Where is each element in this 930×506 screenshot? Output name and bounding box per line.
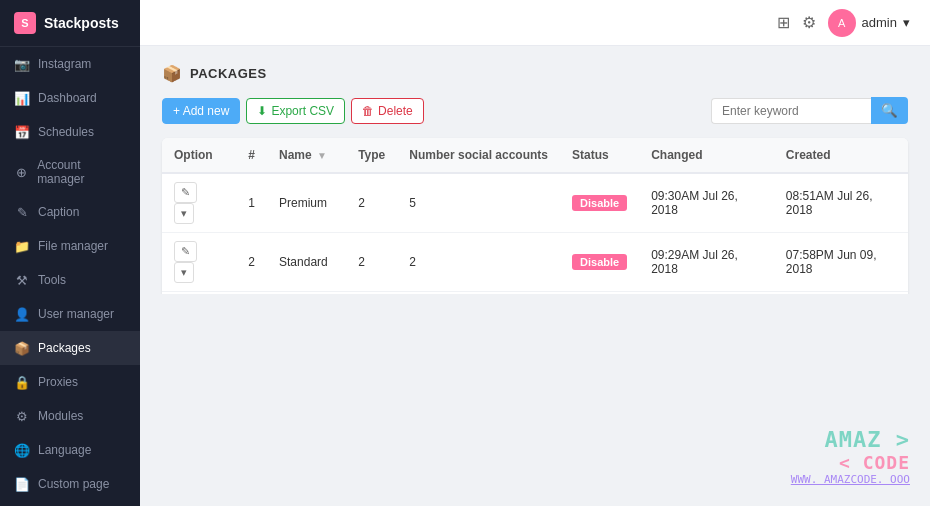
app-logo: S Stackposts: [0, 0, 140, 47]
dashboard-icon: 📊: [14, 90, 30, 106]
search-button[interactable]: 🔍: [871, 97, 908, 124]
avatar: A: [828, 9, 856, 37]
row-name: Standard: [267, 233, 346, 292]
sidebar-item-caption[interactable]: ✎Caption: [0, 195, 140, 229]
sidebar-label-instagram: Instagram: [38, 57, 91, 71]
admin-menu[interactable]: A admin ▾: [828, 9, 910, 37]
status-badge[interactable]: Disable: [572, 195, 627, 211]
row-created: 08:51AM Jul 26, 2018: [774, 173, 908, 233]
delete-label: Delete: [378, 104, 413, 118]
col-num: #: [236, 138, 267, 173]
search-input[interactable]: [711, 98, 871, 124]
edit-button[interactable]: ✎: [174, 182, 197, 203]
tools-icon: ⚒: [14, 272, 30, 288]
grid-icon[interactable]: ⊞: [777, 13, 790, 32]
sidebar-item-language[interactable]: 🌐Language: [0, 433, 140, 467]
delete-button[interactable]: 🗑 Delete: [351, 98, 424, 124]
sidebar-item-tools[interactable]: ⚒Tools: [0, 263, 140, 297]
sidebar-label-custom-page: Custom page: [38, 477, 109, 491]
col-social-accounts: Number social accounts: [397, 138, 560, 173]
watermark-line3: WWW. AMAZCODE. OOO: [791, 473, 910, 486]
row-changed: 09:29AM Jul 26, 2018: [639, 233, 774, 292]
row-social-accounts: 2: [397, 233, 560, 292]
file-manager-icon: 📁: [14, 238, 30, 254]
settings-icon[interactable]: ⚙: [802, 13, 816, 32]
edit-button[interactable]: ✎: [174, 241, 197, 262]
sidebar-item-user-manager[interactable]: 👤User manager: [0, 297, 140, 331]
sidebar-label-schedules: Schedules: [38, 125, 94, 139]
logo-icon: S: [14, 12, 36, 34]
sidebar-item-account-manager[interactable]: ⊕Account manager: [0, 149, 140, 195]
row-status: Disable: [560, 233, 639, 292]
sidebar-label-packages: Packages: [38, 341, 91, 355]
row-created: 07:58PM Jun 09, 2018: [774, 233, 908, 292]
table-row: ✎ ▾ 2 Standard 2 2 Disable 09:29AM Jul 2…: [162, 233, 908, 292]
page-icon: 📦: [162, 64, 182, 83]
watermark-line2: < CODE: [791, 452, 910, 473]
sidebar-item-proxies[interactable]: 🔒Proxies: [0, 365, 140, 399]
proxies-icon: 🔒: [14, 374, 30, 390]
sidebar-item-modules[interactable]: ⚙Modules: [0, 399, 140, 433]
row-num: 2: [236, 233, 267, 292]
col-option: Option: [162, 138, 236, 173]
sidebar-label-tools: Tools: [38, 273, 66, 287]
row-options: ✎ ▾: [162, 233, 236, 292]
add-new-button[interactable]: + Add new: [162, 98, 240, 124]
sidebar-label-caption: Caption: [38, 205, 79, 219]
sidebar-label-proxies: Proxies: [38, 375, 78, 389]
chevron-down-icon: ▾: [903, 15, 910, 30]
row-changed: 09:30AM Jul 26, 2018: [639, 173, 774, 233]
sidebar: S Stackposts 📷Instagram📊Dashboard📅Schedu…: [0, 0, 140, 506]
schedules-icon: 📅: [14, 124, 30, 140]
sidebar-item-instagram[interactable]: 📷Instagram: [0, 47, 140, 81]
table-row: ✎ ▾ 1 Premium 2 5 Disable 09:30AM Jul 26…: [162, 173, 908, 233]
sidebar-item-schedules[interactable]: 📅Schedules: [0, 115, 140, 149]
table-header-row: Option # Name ▼ Type Number social accou…: [162, 138, 908, 173]
col-created: Created: [774, 138, 908, 173]
sidebar-label-dashboard: Dashboard: [38, 91, 97, 105]
packages-table: Option # Name ▼ Type Number social accou…: [162, 138, 908, 294]
table-body: ✎ ▾ 1 Premium 2 5 Disable 09:30AM Jul 26…: [162, 173, 908, 294]
row-status: Disable: [560, 173, 639, 233]
app-name: Stackposts: [44, 15, 119, 31]
export-label: Export CSV: [271, 104, 334, 118]
toolbar-left: + Add new ⬇ Export CSV 🗑 Delete: [162, 98, 424, 124]
instagram-icon: 📷: [14, 56, 30, 72]
account-manager-icon: ⊕: [14, 164, 29, 180]
toolbar: + Add new ⬇ Export CSV 🗑 Delete 🔍: [162, 97, 908, 124]
row-num: 1: [236, 173, 267, 233]
col-type: Type: [346, 138, 397, 173]
admin-label: admin: [862, 15, 897, 30]
watermark-line1: AMAZ >: [791, 427, 910, 452]
more-button[interactable]: ▾: [174, 203, 194, 224]
row-type: 2: [346, 233, 397, 292]
col-status: Status: [560, 138, 639, 173]
row-name: Premium: [267, 173, 346, 233]
sidebar-item-packages[interactable]: 📦Packages: [0, 331, 140, 365]
modules-icon: ⚙: [14, 408, 30, 424]
col-name: Name ▼: [267, 138, 346, 173]
sidebar-nav: 📷Instagram📊Dashboard📅Schedules⊕Account m…: [0, 47, 140, 506]
packages-icon: 📦: [14, 340, 30, 356]
sidebar-item-dashboard[interactable]: 📊Dashboard: [0, 81, 140, 115]
page-content: 📦 PACKAGES + Add new ⬇ Export CSV 🗑 Dele…: [140, 46, 930, 294]
sidebar-item-file-manager[interactable]: 📁File manager: [0, 229, 140, 263]
row-options: ✎ ▾: [162, 173, 236, 233]
more-button[interactable]: ▾: [174, 262, 194, 283]
sidebar-label-file-manager: File manager: [38, 239, 108, 253]
page-title: PACKAGES: [190, 66, 267, 81]
sidebar-label-user-manager: User manager: [38, 307, 114, 321]
language-icon: 🌐: [14, 442, 30, 458]
sidebar-item-general-settings[interactable]: ⚙General settings: [0, 501, 140, 506]
row-social-accounts: 5: [397, 173, 560, 233]
sidebar-label-account-manager: Account manager: [37, 158, 126, 186]
caption-icon: ✎: [14, 204, 30, 220]
sidebar-item-custom-page[interactable]: 📄Custom page: [0, 467, 140, 501]
page-header: 📦 PACKAGES: [162, 64, 908, 83]
sort-icon: ▼: [317, 150, 327, 161]
status-badge[interactable]: Disable: [572, 254, 627, 270]
topbar: ⊞ ⚙ A admin ▾: [140, 0, 930, 46]
export-csv-button[interactable]: ⬇ Export CSV: [246, 98, 345, 124]
export-icon: ⬇: [257, 104, 267, 118]
sidebar-label-language: Language: [38, 443, 91, 457]
